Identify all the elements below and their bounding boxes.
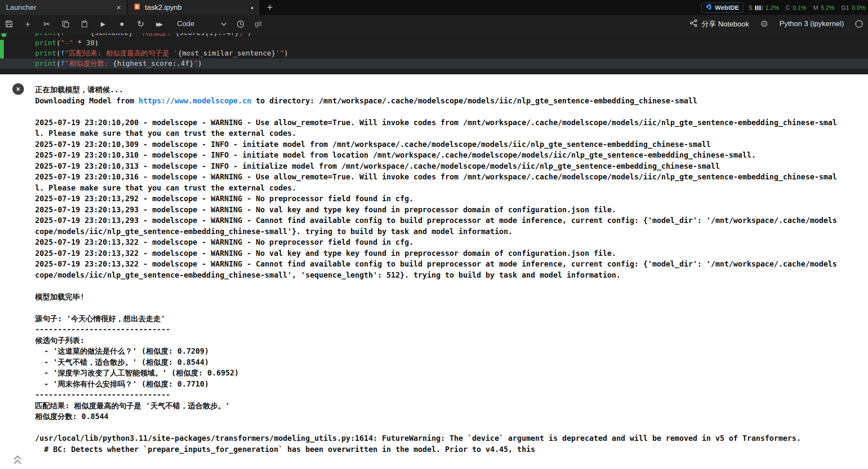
cell-type-dropdown[interactable]: Code	[177, 20, 227, 28]
restart-kernel-button[interactable]: ↻	[136, 19, 145, 29]
output-stream-text: 正在加载模型，请稍候... Downloading Model from htt…	[35, 85, 837, 455]
notebook-icon	[133, 3, 141, 12]
save-button[interactable]	[4, 19, 14, 29]
cut-cell-button[interactable]: ✂	[42, 19, 51, 29]
webide-label: WebIDE	[715, 4, 739, 11]
cell-type-value: Code	[177, 20, 195, 28]
resource-stat: M5.2%	[813, 4, 835, 11]
code-line[interactable]: print(f"相似度分数: {highest_score:.4f}")	[0, 59, 868, 69]
unsaved-dot-icon[interactable]: ●	[251, 5, 254, 10]
output-text-after-link: to directory: /mnt/workspace/.cache/mode…	[35, 97, 837, 454]
close-icon[interactable]: ×	[116, 3, 121, 12]
tab-task2-label: task2.ipynb	[145, 3, 182, 12]
active-cell-bar	[0, 40, 4, 59]
share-notebook-label: 分享 Notebook	[701, 19, 749, 29]
new-tab-button[interactable]: +	[260, 0, 280, 15]
resource-stat: G10.0%	[841, 4, 865, 11]
kernel-status-icon[interactable]	[855, 20, 863, 28]
tabbar-spacer	[280, 0, 701, 15]
run-cell-button[interactable]: ▶	[98, 19, 108, 29]
usage-meter-icon	[755, 5, 763, 10]
collapse-output-icon[interactable]	[12, 454, 23, 466]
code-line[interactable]: print(f"匹配结果: 相似度最高的句子是 '{most_similar_s…	[0, 48, 868, 59]
code-cell-editor[interactable]: print(f" - '{sentence}' (相似度: {scores[i]…	[0, 33, 868, 74]
toolbar-right: 分享 Notebook ⚙ Python 3 (ipykernel)	[690, 19, 864, 29]
output-text-before-link: 正在加载模型，请稍候... Downloading Model from	[35, 85, 139, 105]
tab-bar: Launcher × task2.ipynb ● + WebIDE S1.2%C…	[0, 0, 868, 15]
execution-time-icon[interactable]	[236, 19, 245, 29]
share-icon	[690, 19, 697, 29]
share-notebook-button[interactable]: 分享 Notebook	[690, 19, 749, 29]
git-label[interactable]: git	[255, 20, 262, 28]
code-lines: print(f" - '{sentence}' (相似度: {scores[i]…	[0, 33, 868, 69]
code-line[interactable]: print(f" - '{sentence}' (相似度: {scores[i]…	[0, 33, 868, 38]
code-line[interactable]: print("-" * 30)	[0, 38, 868, 48]
resource-stat: C0.1%	[786, 4, 806, 11]
gear-icon[interactable]: ⚙	[760, 19, 768, 29]
modelscope-link[interactable]: https://www.modelscope.cn	[139, 97, 251, 105]
webide-badge[interactable]: WebIDE	[701, 3, 743, 13]
tab-task2-ipynb[interactable]: task2.ipynb ●	[127, 0, 260, 15]
kernel-name[interactable]: Python 3 (ipykernel)	[779, 20, 844, 28]
resource-stat: S1.2%	[748, 4, 779, 11]
resource-stats: S1.2%C0.1%M5.2%G10.0%	[748, 0, 868, 15]
webide-logo-icon	[706, 4, 712, 12]
run-all-button[interactable]: ▶▶	[155, 19, 164, 29]
interrupt-kernel-button[interactable]: ■	[117, 19, 127, 29]
insert-cell-button[interactable]: +	[23, 19, 32, 29]
clear-output-icon[interactable]: ×	[12, 83, 24, 95]
chevron-down-icon	[221, 20, 227, 28]
cell-output-area: × 正在加载模型，请稍候... Downloading Model from h…	[0, 74, 868, 469]
notebook-window: Launcher × task2.ipynb ● + WebIDE S1.2%C…	[0, 0, 868, 469]
copy-cell-button[interactable]	[61, 19, 70, 29]
tab-launcher-label: Launcher	[6, 3, 36, 12]
paste-cell-button[interactable]	[80, 19, 89, 29]
tab-launcher[interactable]: Launcher ×	[0, 0, 127, 15]
notebook-toolbar: + ✂ ▶ ■ ↻ ▶▶ Code git 分享 Notebook	[0, 15, 868, 33]
